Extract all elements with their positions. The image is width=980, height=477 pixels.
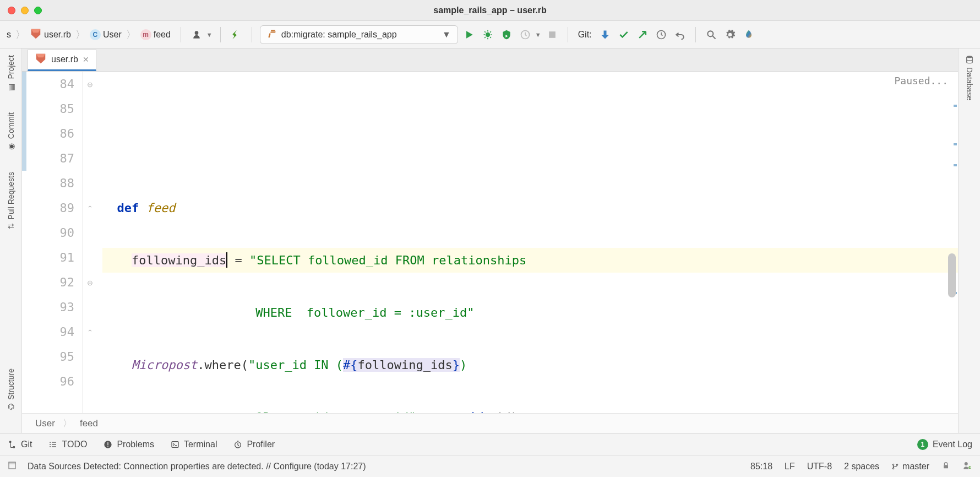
todo-tool-label: TODO bbox=[62, 440, 87, 449]
run-button[interactable] bbox=[461, 27, 477, 42]
problems-tool-label: Problems bbox=[117, 440, 154, 449]
dropdown-icon[interactable]: ▼ bbox=[206, 31, 213, 38]
git-tool-label: Git bbox=[21, 440, 32, 449]
git-tool-button[interactable]: Git bbox=[8, 440, 32, 449]
pull-requests-label: Pull Requests bbox=[7, 172, 15, 219]
commit-label: Commit bbox=[7, 112, 15, 139]
project-tool-button[interactable]: ▤ Project bbox=[7, 52, 15, 95]
svg-rect-15 bbox=[52, 446, 56, 447]
inspection-hector-icon[interactable] bbox=[962, 460, 972, 473]
status-message[interactable]: Data Sources Detected: Connection proper… bbox=[28, 462, 366, 471]
titlebar: sample_rails_app – user.rb bbox=[0, 0, 980, 21]
svg-rect-26 bbox=[944, 465, 948, 468]
terminal-tool-button[interactable]: Terminal bbox=[171, 440, 217, 449]
scrollbar-thumb[interactable] bbox=[948, 253, 956, 297]
fold-collapse-icon[interactable]: ⊖ bbox=[85, 278, 95, 288]
svg-rect-11 bbox=[52, 442, 56, 442]
event-log-button[interactable]: Event Log bbox=[933, 440, 972, 449]
vcs-commit-button[interactable] bbox=[616, 27, 631, 42]
close-tab-button[interactable]: ✕ bbox=[83, 55, 89, 64]
breadcrumb-file[interactable]: user.rb bbox=[28, 26, 73, 43]
breadcrumb-method[interactable]: m feed bbox=[138, 28, 173, 41]
project-icon: ▤ bbox=[7, 83, 15, 91]
svg-point-25 bbox=[896, 464, 897, 465]
method-icon: m bbox=[140, 29, 151, 40]
line-separator[interactable]: LF bbox=[785, 462, 795, 471]
profiler-run-button[interactable] bbox=[518, 27, 533, 42]
breadcrumb-root[interactable]: s bbox=[4, 29, 13, 41]
ruby-file-icon bbox=[30, 28, 42, 42]
code-editor[interactable]: 84 85 86 87 88 89 90 91 92 93 94 95 96 ⊖… bbox=[22, 72, 958, 413]
pull-requests-icon: ⇄ bbox=[8, 221, 14, 230]
fold-collapse-icon[interactable]: ⊖ bbox=[85, 79, 95, 89]
code-content[interactable]: Paused... def feed following_ids = "SELE… bbox=[98, 72, 958, 413]
editor-tab[interactable]: user.rb ✕ bbox=[28, 49, 96, 71]
vcs-update-button[interactable] bbox=[597, 27, 613, 42]
fold-end-icon[interactable]: ⌃ bbox=[85, 327, 95, 337]
file-encoding[interactable]: UTF-8 bbox=[807, 462, 832, 471]
terminal-tool-label: Terminal bbox=[184, 440, 217, 449]
breadcrumb-class[interactable]: C User bbox=[88, 28, 124, 41]
stop-button[interactable] bbox=[545, 27, 560, 42]
lock-icon[interactable] bbox=[941, 461, 950, 472]
editor-tabstrip: user.rb ✕ bbox=[22, 48, 958, 72]
code-with-me-button[interactable] bbox=[189, 27, 204, 42]
bottom-tool-buttons: Git TODO Problems Terminal Profiler 1 Ev… bbox=[0, 433, 980, 455]
text-caret bbox=[226, 252, 227, 268]
run-configuration-select[interactable]: db:migrate: sample_rails_app ▼ bbox=[260, 25, 458, 44]
left-tool-strip: ▤ Project ◉ Commit ⇄ Pull Requests ⌬ Str… bbox=[0, 48, 22, 433]
rake-icon bbox=[267, 29, 277, 41]
search-everywhere-button[interactable] bbox=[704, 27, 719, 42]
problems-tool-button[interactable]: Problems bbox=[104, 440, 154, 449]
vcs-history-button[interactable] bbox=[654, 27, 669, 42]
event-count-badge: 1 bbox=[917, 439, 928, 450]
ruby-file-icon bbox=[35, 52, 47, 67]
git-branch[interactable]: master bbox=[891, 462, 929, 471]
editor-tab-label: user.rb bbox=[51, 55, 78, 64]
breadcrumb-separator: 〉 bbox=[15, 28, 25, 41]
svg-point-27 bbox=[965, 462, 968, 465]
svg-rect-10 bbox=[50, 442, 51, 442]
pull-requests-tool-button[interactable]: ⇄ Pull Requests bbox=[7, 169, 15, 232]
breadcrumb-class[interactable]: User bbox=[35, 418, 55, 429]
run-with-coverage-button[interactable] bbox=[499, 27, 514, 42]
svg-rect-19 bbox=[172, 441, 178, 447]
run-configuration-label: db:migrate: sample_rails_app bbox=[281, 30, 397, 40]
commit-icon: ◉ bbox=[7, 142, 15, 151]
database-tool-button[interactable]: Database bbox=[965, 52, 974, 104]
right-tool-strip: Database bbox=[958, 48, 980, 433]
database-label: Database bbox=[965, 67, 974, 100]
learn-ide-button[interactable] bbox=[741, 27, 756, 42]
dropdown-icon[interactable]: ▼ bbox=[535, 31, 541, 38]
svg-point-2 bbox=[486, 32, 490, 36]
vcs-push-button[interactable] bbox=[635, 27, 650, 42]
breadcrumb-separator: 〉 bbox=[126, 28, 136, 41]
breadcrumb-method-label: feed bbox=[154, 30, 171, 40]
database-icon bbox=[965, 55, 974, 64]
todo-tool-button[interactable]: TODO bbox=[48, 440, 87, 449]
editor-breadcrumb-bar: User 〉 feed bbox=[22, 413, 958, 433]
build-button[interactable] bbox=[228, 27, 244, 42]
structure-tool-button[interactable]: ⌬ Structure bbox=[7, 365, 15, 413]
fold-gutter: ⊖ ⌃ ⊖ ⌃ bbox=[83, 72, 98, 413]
indent-settings[interactable]: 2 spaces bbox=[844, 462, 879, 471]
class-icon: C bbox=[90, 29, 101, 40]
commit-tool-button[interactable]: ◉ Commit bbox=[7, 109, 15, 154]
svg-rect-13 bbox=[52, 444, 56, 445]
ide-settings-button[interactable] bbox=[722, 27, 738, 42]
fold-end-icon[interactable]: ⌃ bbox=[85, 203, 95, 213]
svg-rect-18 bbox=[108, 446, 108, 446]
svg-point-9 bbox=[966, 56, 972, 58]
profiler-tool-button[interactable]: Profiler bbox=[233, 440, 275, 449]
tool-window-toggle-icon[interactable] bbox=[8, 461, 17, 472]
main-toolbar: s 〉 user.rb 〉 C User 〉 m feed ▼ db:migra… bbox=[0, 21, 980, 48]
caret-position[interactable]: 85:18 bbox=[750, 462, 772, 471]
structure-label: Structure bbox=[7, 368, 15, 400]
vcs-rollback-button[interactable] bbox=[672, 27, 688, 42]
breadcrumb-separator: 〉 bbox=[63, 417, 72, 430]
project-label: Project bbox=[7, 55, 15, 79]
breadcrumb-separator: 〉 bbox=[75, 28, 85, 41]
status-bar: Data Sources Detected: Connection proper… bbox=[0, 455, 980, 477]
debug-button[interactable] bbox=[480, 27, 496, 42]
breadcrumb-method[interactable]: feed bbox=[80, 418, 98, 429]
